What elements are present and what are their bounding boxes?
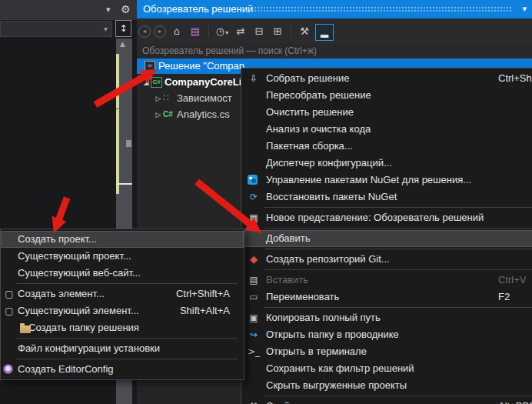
menu-item-label: Копировать полный путь bbox=[266, 312, 381, 323]
menu-item[interactable]: Создать проект... bbox=[1, 231, 244, 248]
menu-item[interactable]: ▣Копировать полный путь bbox=[241, 309, 532, 326]
menu-item-label: Открыть папку в проводнике bbox=[266, 329, 399, 340]
menu-item[interactable]: Существующий проект... bbox=[1, 248, 244, 265]
forward-icon[interactable]: ▸ bbox=[154, 25, 166, 38]
terminal-icon: >_ bbox=[248, 346, 260, 358]
menu-separator bbox=[264, 307, 532, 308]
git-create-icon: ◆ bbox=[248, 253, 260, 265]
vs-window: { "colors":{"header_blue":"#0e82de","sel… bbox=[0, 0, 532, 404]
paste-icon: ▤ bbox=[248, 274, 260, 286]
solution-icon: ∞ bbox=[145, 61, 155, 72]
menu-item[interactable]: ↪Открыть папку в проводнике bbox=[241, 326, 532, 343]
csproj-icon: C# bbox=[151, 77, 162, 88]
wrench-icon: ⚒ bbox=[248, 400, 260, 404]
menu-item[interactable]: Пересобрать решение bbox=[241, 87, 532, 104]
back-icon[interactable]: ◂ bbox=[138, 25, 151, 38]
menu-item-shortcut: F2 bbox=[498, 289, 510, 306]
open-explorer-icon: ↪ bbox=[248, 329, 260, 341]
tree-item-label: CompanyCoreLi bbox=[165, 75, 241, 90]
menu-item[interactable]: ◆Создать репозиторий Git... bbox=[241, 251, 532, 268]
tree-item-label: Analytics.cs bbox=[177, 107, 230, 122]
menu-item[interactable]: ⚒СвойстваAlt+ВВО bbox=[241, 398, 532, 404]
menu-item-label: Создать папку решения bbox=[28, 322, 139, 333]
show-all-files-icon[interactable]: ▂ bbox=[315, 24, 334, 41]
menu-item[interactable]: Очистить решение bbox=[241, 104, 532, 121]
panel-title-bar[interactable]: Обозреватель решений ▾ bbox=[137, 0, 532, 18]
home-icon[interactable]: ⌂ bbox=[169, 24, 185, 39]
editor-toolbar: ▾ ⚙ bbox=[0, 0, 137, 20]
menu-item-label: Переименовать bbox=[266, 291, 339, 302]
menu-item-label: Сохранить как фильтр решений bbox=[266, 362, 414, 374]
properties-wrench-icon[interactable]: ⚒ bbox=[297, 24, 312, 39]
menu-item[interactable]: Управление пакетами NuGet для решения... bbox=[241, 172, 532, 189]
folder-icon bbox=[20, 326, 31, 333]
menu-item-label: Существующий веб-сайт... bbox=[18, 267, 141, 279]
menu-item[interactable]: Добавить bbox=[241, 230, 532, 247]
menu-separator bbox=[264, 269, 532, 270]
rename-icon: ▭ bbox=[248, 291, 260, 303]
refresh-icon[interactable]: ⇄ bbox=[233, 24, 248, 39]
menu-item[interactable]: ⟳Восстановить пакеты NuGet bbox=[241, 189, 532, 205]
chevron-down-icon: ▾ bbox=[104, 25, 108, 33]
menu-separator bbox=[264, 228, 532, 229]
panel-title: Обозреватель решений bbox=[143, 3, 253, 15]
solution-context-menu: ⇩Собрать решениеCtrl+ShifПересобрать реш… bbox=[241, 68, 532, 404]
menu-item[interactable]: Пакетная сборка... bbox=[241, 138, 532, 155]
menu-item[interactable]: Скрыть выгруженные проекты bbox=[241, 377, 532, 394]
new-view-icon: ▦ bbox=[248, 212, 260, 224]
editor-navigation-dropdown[interactable]: ▾ bbox=[0, 21, 112, 37]
menu-item[interactable]: ▢Существующий элемент...Shift+Alt+A bbox=[1, 302, 244, 319]
menu-item-label: Скрыть выгруженные проекты bbox=[266, 379, 407, 391]
new-item-icon: ▢ bbox=[3, 288, 15, 300]
menu-item-label: Файл конфигурации установки bbox=[18, 342, 160, 354]
menu-item[interactable]: ▢Создать элемент...Ctrl+Shift+A bbox=[1, 285, 244, 302]
pending-changes-filter-icon[interactable]: ◷▾ bbox=[214, 24, 230, 39]
expander-collapsed-icon[interactable]: ▷ bbox=[154, 91, 163, 106]
menu-item[interactable]: ▦Новое представление: Обозреватель решен… bbox=[241, 209, 532, 226]
menu-item-shortcut: Ctrl+Shif bbox=[498, 70, 532, 87]
menu-item[interactable]: Создать папку решения bbox=[1, 319, 244, 336]
expander-collapsed-icon[interactable]: ▷ bbox=[154, 107, 163, 122]
sync-active-document-icon[interactable]: ▤ bbox=[188, 24, 203, 39]
split-window-button[interactable]: ↕ bbox=[115, 20, 131, 37]
menu-item-label: Пакетная сборка... bbox=[266, 140, 353, 152]
chevron-down-icon: ▾ bbox=[225, 29, 228, 36]
existing-item-icon: ▢ bbox=[3, 305, 15, 317]
menu-item[interactable]: ▭ПереименоватьF2 bbox=[241, 289, 532, 306]
chevron-down-icon[interactable]: ▾ bbox=[106, 5, 111, 15]
menu-separator bbox=[264, 249, 532, 249]
menu-item[interactable]: ▤ВставитьCtrl+V bbox=[241, 272, 532, 289]
nuget-icon bbox=[248, 175, 258, 185]
menu-item[interactable]: Существующий веб-сайт... bbox=[1, 265, 244, 282]
menu-item-label: Создать EditorConfig bbox=[18, 363, 114, 375]
csfile-icon: C# bbox=[163, 109, 173, 119]
menu-item-label: Диспетчер конфигураций... bbox=[266, 157, 392, 169]
editorconfig-icon bbox=[3, 364, 13, 374]
scrollbar-thumb[interactable] bbox=[126, 140, 131, 147]
build-icon: ⇩ bbox=[248, 72, 260, 85]
menu-item[interactable]: Диспетчер конфигураций... bbox=[241, 155, 532, 172]
scrollbar-up-arrow-icon[interactable]: ▲ bbox=[120, 40, 125, 48]
collapse-all-icon[interactable]: ⊟ bbox=[251, 24, 267, 39]
toolbar-separator bbox=[208, 25, 209, 38]
menu-item[interactable]: Сохранить как фильтр решений bbox=[241, 360, 532, 377]
menu-separator bbox=[16, 283, 238, 284]
window-position-caret-icon[interactable]: ▾ bbox=[522, 4, 527, 14]
menu-item-label: Анализ и очистка кода bbox=[266, 123, 371, 135]
menu-item[interactable]: Файл конфигурации установки bbox=[1, 340, 244, 357]
tree-item-label: Зависимост bbox=[177, 91, 232, 106]
add-submenu: Создать проект...Существующий проект...С… bbox=[0, 229, 244, 380]
menu-item-label: Собрать решение bbox=[266, 72, 349, 84]
menu-item[interactable]: Создать EditorConfig bbox=[1, 361, 244, 378]
expander-expanded-icon[interactable]: ◢ bbox=[141, 75, 151, 90]
menu-item[interactable]: ⇩Собрать решениеCtrl+Shif bbox=[241, 70, 532, 87]
menu-item[interactable]: Анализ и очистка кода bbox=[241, 121, 532, 138]
solution-explorer-toolbar: ◂▸⌂▤◷▾⇄⊟⊞⚒▂ bbox=[137, 18, 532, 44]
search-input[interactable]: Обозреватель решений — поиск (Ctrl+ж) bbox=[137, 44, 532, 58]
menu-item-label: Существующий элемент... bbox=[18, 305, 139, 316]
copy-path-icon: ▣ bbox=[248, 312, 260, 324]
gear-icon[interactable]: ⚙ bbox=[121, 3, 131, 15]
menu-item[interactable]: >_Открыть в терминале bbox=[241, 343, 532, 360]
preview-selected-items-icon[interactable]: ⊞ bbox=[270, 24, 285, 39]
menu-item-shortcut: Shift+Alt+A bbox=[180, 302, 230, 319]
